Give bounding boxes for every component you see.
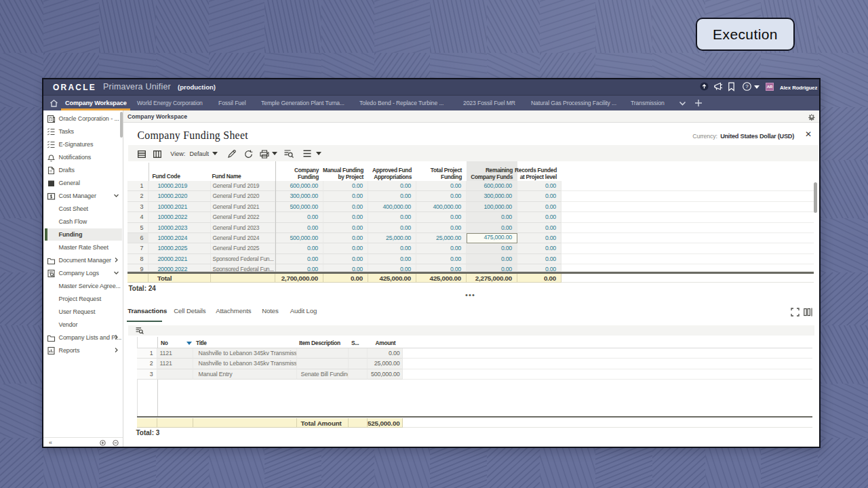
svg-text:?: ? bbox=[745, 83, 749, 89]
